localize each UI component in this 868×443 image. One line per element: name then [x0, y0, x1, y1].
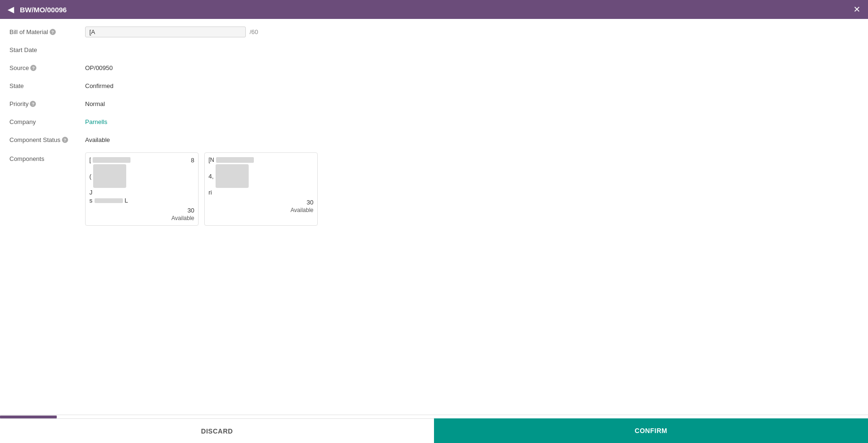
component-code-blurred [93, 157, 130, 163]
start-date-label: Start Date [9, 44, 85, 53]
source-row: Source ? OP/00950 [9, 62, 859, 76]
company-label: Company [9, 116, 85, 125]
priority-row: Priority ? Normal [9, 98, 859, 112]
main-content: Bill of Material ? /60 Start Date Source… [0, 19, 868, 415]
page-title: BW/MO/00096 [20, 6, 853, 14]
discard-button[interactable]: DISCARD [0, 418, 434, 443]
bill-of-material-help-icon[interactable]: ? [50, 29, 56, 35]
bill-of-material-label: Bill of Material ? [9, 27, 85, 35]
bill-of-material-field: /60 [85, 27, 859, 37]
component-line2: ( [89, 164, 130, 188]
component-card-header-2: [N 4, ri [208, 157, 313, 196]
back-button[interactable]: ◀ [8, 4, 14, 15]
footer: DISCARD CONFIRM [0, 418, 868, 443]
priority-value: Normal [85, 98, 859, 107]
component-line3: J [89, 189, 130, 196]
component-total-2: 30 [307, 199, 313, 206]
scroll-indicator [0, 416, 57, 418]
component-image-2 [216, 164, 249, 188]
component-card-left: [ ( J s L [89, 157, 130, 204]
component-status-badge-2: Available [291, 207, 313, 213]
priority-help-icon[interactable]: ? [30, 101, 36, 107]
component-line2b: 4, [208, 164, 254, 188]
source-value: OP/00950 [85, 62, 859, 71]
company-row: Company Parnells [9, 116, 859, 130]
bom-count: /60 [250, 28, 258, 35]
component-status-value: Available [85, 134, 859, 143]
component-code-2: [N [208, 157, 254, 163]
component-code: [ [89, 157, 130, 163]
state-label: State [9, 80, 85, 89]
component-code-blurred-2 [216, 157, 254, 163]
component-blurred-s [95, 198, 123, 203]
component-status-row: Component Status ? Available [9, 134, 859, 148]
bottom-bar [0, 415, 868, 418]
source-label: Source ? [9, 62, 85, 71]
header: ◀ BW/MO/00096 ✕ [0, 0, 868, 19]
state-value: Confirmed [85, 80, 859, 89]
source-help-icon[interactable]: ? [30, 65, 36, 71]
start-date-row: Start Date [9, 44, 859, 58]
back-icon: ◀ [8, 4, 14, 15]
close-icon: ✕ [853, 5, 860, 14]
component-line3b: ri [208, 189, 254, 196]
components-label: Components [9, 152, 85, 162]
start-date-value [85, 44, 859, 46]
component-card-footer-2: 30 Available [208, 199, 313, 213]
component-card-header: [ ( J s L [89, 157, 194, 204]
components-row: Components [ ( J [9, 152, 859, 226]
component-line4: s L [89, 197, 130, 204]
confirm-button[interactable]: CONFIRM [434, 418, 868, 443]
component-status-badge-1: Available [172, 215, 194, 222]
bill-of-material-input[interactable] [85, 27, 246, 37]
component-qty: 8 [191, 157, 194, 164]
priority-label: Priority ? [9, 98, 85, 107]
close-button[interactable]: ✕ [853, 4, 860, 15]
component-card-footer: 30 Available [89, 207, 194, 222]
component-qty-section: 8 [191, 157, 194, 164]
components-grid: [ ( J s L [85, 152, 859, 226]
component-card-left-2: [N 4, ri [208, 157, 254, 196]
component-status-label: Component Status ? [9, 134, 85, 143]
component-status-help-icon[interactable]: ? [62, 137, 68, 143]
component-image [93, 164, 126, 188]
component-card[interactable]: [ ( J s L [85, 152, 199, 226]
component-card[interactable]: [N 4, ri [204, 152, 318, 226]
state-row: State Confirmed [9, 80, 859, 94]
company-link[interactable]: Parnells [85, 116, 859, 125]
component-total-1: 30 [188, 207, 194, 214]
bill-of-material-row: Bill of Material ? /60 [9, 27, 859, 40]
